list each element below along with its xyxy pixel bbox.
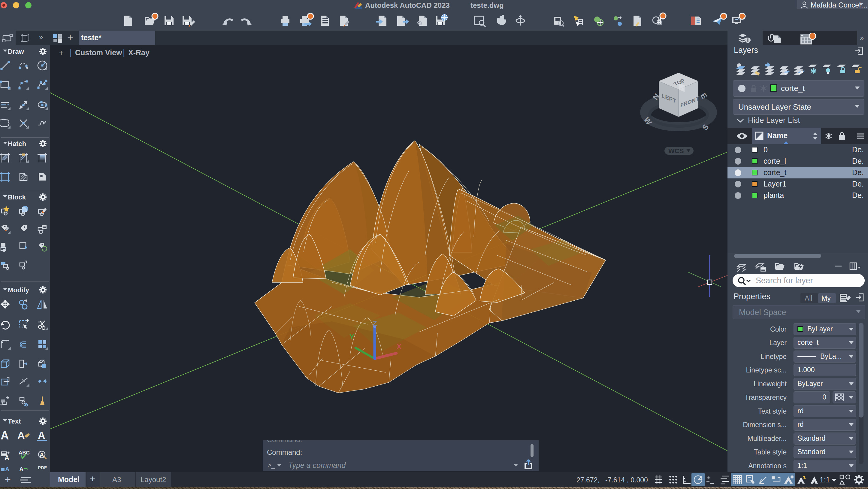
svg-text:WCS: WCS: [668, 147, 684, 155]
svg-text:A: A: [4, 454, 9, 461]
svg-text:Y: Y: [349, 333, 354, 341]
svg-text:A: A: [19, 466, 24, 472]
svg-text:Draw: Draw: [8, 48, 24, 55]
svg-text:A: A: [40, 452, 44, 458]
svg-text:Text: Text: [8, 418, 21, 425]
svg-text:PDF: PDF: [38, 465, 47, 470]
svg-text:ABC: ABC: [19, 450, 30, 456]
svg-text:A: A: [18, 430, 25, 441]
svg-text:X: X: [397, 342, 401, 350]
svg-text:1:1: 1:1: [820, 476, 830, 484]
svg-text:A: A: [1, 429, 9, 442]
svg-text:Z: Z: [373, 319, 377, 327]
svg-text:A: A: [5, 466, 9, 472]
svg-text:Modify: Modify: [8, 286, 29, 294]
svg-text:A: A: [38, 430, 45, 441]
svg-text:Block: Block: [8, 193, 26, 201]
svg-text:Hatch: Hatch: [8, 140, 26, 148]
